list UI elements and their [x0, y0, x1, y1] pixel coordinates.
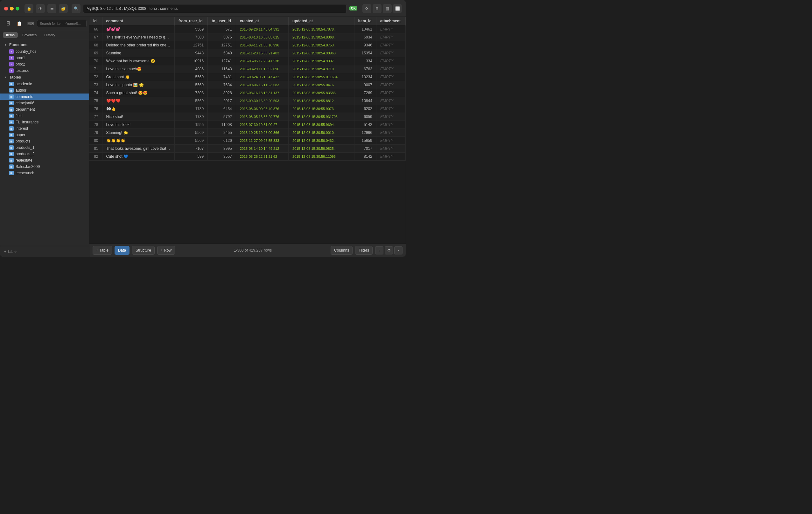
sidebar-item-paper[interactable]: ▦ paper [0, 132, 89, 138]
table-row[interactable]: 78 Love this look! 1555 11908 2015-07-30… [89, 121, 406, 129]
lock-icon[interactable]: 🔒 [25, 4, 33, 13]
maximize-button[interactable] [16, 7, 20, 10]
sidebar-item-products_2[interactable]: ▦ products_2 [0, 151, 89, 157]
grid-button[interactable]: ⊞ [373, 4, 381, 13]
table-row[interactable]: 80 👏👏👏👏 5569 6126 2015-11-27 09:26:55.33… [89, 137, 406, 145]
col-header-id[interactable]: id [89, 17, 102, 25]
cell-updated_at: 2015-12-08 15:30:56.0010... [289, 129, 354, 137]
tables-section-header[interactable]: ▼ Tables [0, 74, 89, 81]
sidebar-item-testproc[interactable]: f testproc [0, 67, 89, 74]
tab-history[interactable]: History [41, 32, 58, 38]
table-row[interactable]: 76 👀👍 1780 6434 2015-08-06 00:05:49.876 … [89, 105, 406, 113]
code-icon[interactable]: ⌨ [25, 19, 36, 28]
sidebar-item-field[interactable]: ▦ field [0, 113, 89, 119]
add-row-button[interactable]: + Row [157, 246, 175, 255]
table-row[interactable]: 77 Nice shot! 1780 5792 2015-08-05 13:36… [89, 113, 406, 121]
sidebar-item-FL_insurance[interactable]: ▦ FL_insurance [0, 119, 89, 125]
col-header-to_user_id[interactable]: to_user_id [208, 17, 236, 25]
eye-icon[interactable]: 👁 [36, 4, 45, 13]
functions-section-header[interactable]: ▼ Functions [0, 41, 89, 48]
search-icon[interactable]: 🔍 [71, 4, 81, 13]
settings-button[interactable]: ⚙ [385, 246, 393, 254]
lock2-icon[interactable]: 🔐 [59, 4, 68, 13]
filters-button[interactable]: Filters [355, 246, 373, 255]
table-row[interactable]: 72 Great shot 👏 5569 7481 2015-09-24 06:… [89, 73, 406, 81]
cell-updated_at: 2015-12-08 15:30:55.9073... [289, 105, 354, 113]
prev-page-button[interactable]: ‹ [375, 246, 383, 254]
tab-items[interactable]: Items [3, 32, 18, 38]
sidebar-item-academic[interactable]: ▦ academic [0, 81, 89, 87]
sidebar-item-label: FL_insurance [16, 120, 39, 124]
cell-updated_at: 2015-12-08 15:30:56.11096 [289, 153, 354, 161]
sidebar-item-label: techcrunch [16, 171, 34, 175]
tab-favorites[interactable]: Favorites [19, 32, 40, 38]
sidebar-item-department[interactable]: ▦ department [0, 106, 89, 113]
sidebar-item-interest[interactable]: ▦ interest [0, 125, 89, 132]
sidebar-item-products_1[interactable]: ▦ products_1 [0, 144, 89, 151]
col-header-attachment[interactable]: attachment [376, 17, 405, 25]
col-header-updated_at[interactable]: updated_at [289, 17, 354, 25]
table-icon[interactable]: 📋 [14, 19, 25, 28]
sidebar-item-country_hos[interactable]: f country_hos [0, 48, 89, 55]
db-icon[interactable]: 🗄 [3, 19, 13, 28]
table-row[interactable]: 74 Such a great shot! 😍😍 7308 8928 2015-… [89, 89, 406, 97]
cell-created_at: 2015-08-05 13:36:29.776 [236, 113, 288, 121]
sidebar-item-crimejan06[interactable]: ▦ crimejan06 [0, 100, 89, 106]
col-header-item_id[interactable]: item_id [354, 17, 376, 25]
table-row-icon: ▦ [9, 114, 14, 118]
sidebar-item-proc2[interactable]: f proc2 [0, 61, 89, 67]
cell-attachment: EMPTY [376, 137, 405, 145]
menu-icon[interactable]: ☰ [48, 4, 56, 13]
data-tab-button[interactable]: Data [115, 246, 129, 255]
close-button[interactable] [4, 7, 8, 10]
panel-button[interactable]: ⬜ [393, 4, 402, 13]
sidebar-item-techcrunch[interactable]: ▦ techcrunch [0, 170, 89, 176]
sidebar-item-SalesJan2009[interactable]: ▦ SalesJan2009 [0, 163, 89, 170]
cell-updated_at: 2015-12-08 15:30:54.9710... [289, 65, 354, 73]
sidebar-item-comments[interactable]: ▦ comments [0, 93, 89, 100]
col-header-comment[interactable]: comment [102, 17, 174, 25]
col-header-created_at[interactable]: created_at [236, 17, 288, 25]
cell-id: 80 [89, 137, 102, 145]
col-header-from_user_id[interactable]: from_user_id [174, 17, 207, 25]
table-row[interactable]: 75 ❤️❤️❤️ 5569 2017 2015-09-30 16:50:20.… [89, 97, 406, 105]
table-row[interactable]: 79 Stunning! 🌟 5569 2455 2015-10-25 19:2… [89, 129, 406, 137]
split-view-button[interactable]: ▦ [383, 4, 392, 13]
columns-button[interactable]: Columns [330, 246, 352, 255]
table-row[interactable]: 71 Love this so much😍 4086 11643 2015-08… [89, 65, 406, 73]
next-page-button[interactable]: › [394, 246, 403, 254]
cell-id: 71 [89, 65, 102, 73]
cell-created_at: 2015-08-13 16:50:05.015 [236, 33, 288, 41]
status-badge: OK [349, 6, 357, 10]
table-row[interactable]: 67 This skirt is everywhere I need to ge… [89, 33, 406, 41]
table-row[interactable]: 66 💕💕💕 5569 571 2015-09-26 11:43:04.391 … [89, 25, 406, 33]
sidebar-item-label: proc1 [16, 56, 25, 60]
cell-id: 82 [89, 153, 102, 161]
cell-to_user_id: 7481 [208, 73, 236, 81]
table-row[interactable]: 81 That looks awesome, girl! Love that o… [89, 145, 406, 153]
structure-tab-button[interactable]: Structure [132, 246, 155, 255]
add-table-bottom-button[interactable]: + Table [93, 246, 112, 255]
minimize-button[interactable] [10, 7, 14, 10]
sidebar-search-input[interactable] [37, 20, 87, 27]
table-row[interactable]: 70 Wow that hat is awesome 😮 10916 12741… [89, 57, 406, 65]
cell-from_user_id: 7308 [174, 89, 207, 97]
sidebar-item-author[interactable]: ▦ author [0, 87, 89, 93]
table-row[interactable]: 73 Love this photo 🖼️ 🌟 5569 7634 2015-0… [89, 81, 406, 89]
cell-from_user_id: 7107 [174, 145, 207, 153]
table-row[interactable]: 69 Stunning 9448 5340 2015-11-23 15:55:2… [89, 49, 406, 57]
sidebar-item-proc1[interactable]: f proc1 [0, 55, 89, 61]
cell-created_at: 2015-08-29 11:19:52.096 [236, 65, 288, 73]
sidebar-item-label: department [16, 107, 35, 112]
table-row[interactable]: 68 Deleted the other preferred this one … [89, 41, 406, 49]
cell-to_user_id: 5792 [208, 113, 236, 121]
table-row[interactable]: 82 Cute shot 💙 599 3557 2015-08-26 22:31… [89, 153, 406, 161]
sidebar-item-realestate[interactable]: ▦ realestate [0, 157, 89, 163]
cell-attachment: EMPTY [376, 73, 405, 81]
cell-updated_at: 2015-12-08 15:30:56.0825... [289, 145, 354, 153]
add-table-button[interactable]: + Table [0, 246, 89, 257]
refresh-button[interactable]: ⟳ [362, 4, 371, 13]
sidebar-item-products[interactable]: ▦ products [0, 138, 89, 144]
table-wrapper[interactable]: id comment from_user_id to_user_id creat… [89, 17, 406, 243]
cell-created_at: 2015-11-27 09:26:55.333 [236, 137, 288, 145]
